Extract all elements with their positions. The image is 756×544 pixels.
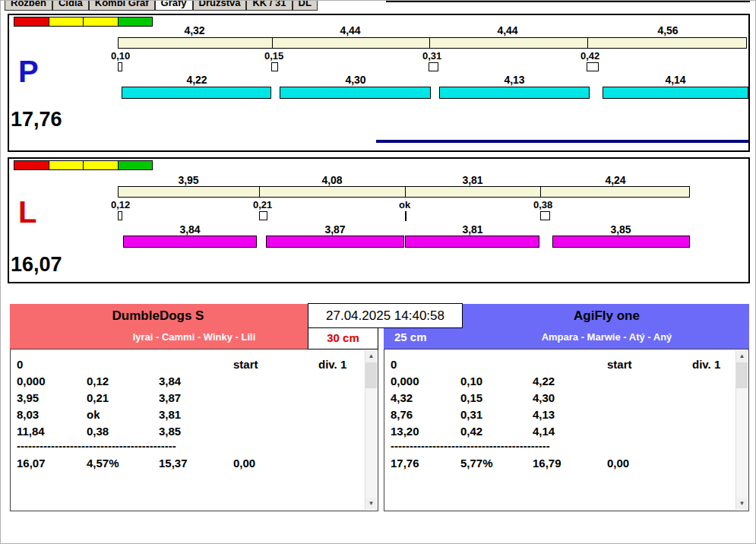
table-scrollbar[interactable]: ▲ ▼ [365, 350, 377, 510]
cell: 17,76 [391, 455, 460, 472]
dog-time-label: 4,30 [345, 74, 365, 86]
cell: 0,00 [233, 455, 318, 472]
table-row: 0,000 0,12 3,84 [17, 373, 364, 390]
reaction-marker [271, 62, 278, 71]
dog-run-bar [123, 236, 257, 248]
lane-p-letter: P [18, 56, 39, 87]
cell: 0,000 [391, 373, 460, 390]
tab-druzstva[interactable]: Družstva [193, 1, 247, 11]
lane-l-panel: L 16,07 3,95 4,08 3,81 4,24 0,12 0,21 ok… [8, 157, 750, 283]
dog-time-label: 4,22 [186, 74, 207, 86]
reaction-marker [118, 211, 122, 220]
cell: 15,37 [159, 455, 233, 472]
cell: 0,00 [607, 455, 692, 472]
cell: 0,21 [87, 390, 159, 406]
cell: start [607, 356, 692, 373]
scroll-up-icon[interactable]: ▲ [736, 350, 748, 362]
scale-tick [259, 187, 260, 197]
traffic-green-cell [119, 17, 153, 26]
cell [233, 406, 318, 423]
split-time-label: 4,56 [657, 24, 678, 36]
reaction-marker [429, 62, 438, 71]
reaction-marker [587, 62, 599, 71]
traffic-red-cell [14, 161, 49, 169]
cell: 3,87 [159, 390, 233, 406]
table-row: 0 start div. 1 [391, 356, 735, 373]
dog-time-label: 3,84 [179, 223, 200, 236]
cell: ok [87, 406, 159, 423]
split-time-label: 4,08 [321, 174, 342, 186]
timestamp-box: 27.04.2025 14:40:58 [308, 303, 463, 328]
traffic-light-strip [14, 160, 153, 170]
lane-p-panel: P 17,76 4,32 4,44 4,44 4,56 0,10 0,15 0,… [8, 14, 750, 152]
traffic-yellow-cell-2 [84, 17, 119, 26]
table-separator: ----------------------------------------… [391, 440, 735, 455]
tab-rozbeh[interactable]: Rozběh [5, 1, 52, 11]
split-time-label: 4,24 [605, 174, 625, 186]
table-row: 13,20 0,42 4,14 [391, 423, 735, 440]
cell [692, 406, 735, 423]
scale-tick [405, 187, 406, 197]
split-scale-bar [118, 37, 747, 49]
reaction-marker [118, 62, 122, 71]
cell [692, 455, 735, 472]
table-row: 8,76 0,31 4,13 [391, 406, 735, 423]
team-right-dogs-text: Ampara - Marwie - Atý - Aný [542, 331, 672, 343]
cell: 3,81 [159, 406, 233, 423]
table-totals-row: 17,76 5,77% 16,79 0,00 [391, 455, 735, 472]
cell: 0 [17, 356, 87, 373]
team-right-table: 0 start div. 1 0,000 0,10 4,22 4,32 0,15… [384, 349, 749, 511]
cell: 0,000 [17, 373, 87, 390]
dog-run-bar [122, 87, 271, 99]
reaction-marker [259, 211, 267, 220]
cell: 3,85 [159, 423, 233, 440]
tab-dl[interactable]: DL [293, 1, 318, 11]
dog-time-label: 4,13 [504, 74, 524, 86]
tab-kk31[interactable]: KK / 31 [246, 1, 292, 11]
tab-grafy[interactable]: Grafy [155, 1, 193, 11]
scrollbar-thumb[interactable] [736, 362, 748, 388]
traffic-yellow-cell-1 [49, 161, 84, 169]
cell: 0,15 [460, 390, 533, 406]
tab-kombi-graf[interactable]: Kombi Graf [89, 1, 155, 11]
cell: 8,76 [391, 406, 460, 423]
scroll-down-icon[interactable]: ▼ [736, 498, 748, 510]
table-row: 0 start div. 1 [17, 356, 364, 373]
cell [318, 373, 364, 390]
cell: 13,20 [391, 423, 460, 440]
reaction-time-label: 0,12 [111, 199, 130, 210]
tab-bar: Rozběh Čidla Kombi Graf Grafy Družstva K… [5, 1, 318, 11]
table-row: 3,95 0,21 3,87 [17, 390, 364, 406]
cell [460, 356, 533, 373]
reaction-marker [540, 211, 550, 220]
scale-tick [272, 38, 273, 48]
scrollbar-thumb[interactable] [365, 362, 377, 388]
cell: 0,42 [460, 423, 533, 440]
scale-tick [540, 187, 541, 197]
cell [692, 373, 735, 390]
cell: 0,12 [87, 373, 159, 390]
cell [318, 423, 364, 440]
scroll-down-icon[interactable]: ▼ [365, 498, 377, 510]
split-time-label: 3,81 [462, 174, 482, 186]
table-row: 4,32 0,15 4,30 [391, 390, 735, 406]
app-window: Rozběh Čidla Kombi Graf Grafy Družstva K… [0, 0, 756, 544]
cell [607, 373, 692, 390]
cell: 4,57% [87, 455, 159, 472]
dog-run-bar [266, 236, 404, 248]
reaction-ok-tick [405, 211, 406, 221]
cell [233, 390, 318, 406]
cell: 0,31 [460, 406, 533, 423]
cell [692, 390, 735, 406]
table-separator: ----------------------------------------… [17, 440, 364, 455]
tab-cidla[interactable]: Čidla [52, 1, 89, 11]
table-row: 11,84 0,38 3,85 [17, 423, 364, 440]
split-time-label: 3,95 [178, 174, 198, 186]
cell: 4,13 [533, 406, 607, 423]
cell: 0 [391, 356, 460, 373]
reaction-time-label: 0,31 [422, 50, 441, 62]
table-scrollbar[interactable]: ▲ ▼ [735, 350, 748, 510]
scroll-up-icon[interactable]: ▲ [365, 350, 377, 362]
cell: 8,03 [17, 406, 87, 423]
split-time-label: 4,44 [340, 24, 360, 36]
